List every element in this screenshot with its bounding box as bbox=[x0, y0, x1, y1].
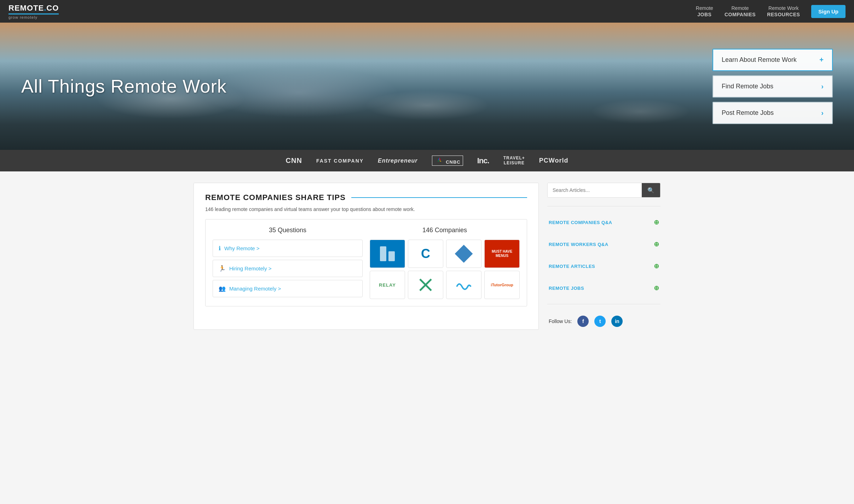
sidebar-link-articles[interactable]: REMOTE ARTICLES ⊕ bbox=[547, 259, 660, 274]
sidebar-link-workers-qa[interactable]: REMOTE WORKERS Q&A ⊕ bbox=[547, 237, 660, 252]
press-bar: CNN FAST COMPANY Entrepreneur CNBC Inc. … bbox=[0, 150, 854, 171]
hero-title: All Things Remote Work bbox=[21, 76, 227, 97]
nav-companies[interactable]: Remote COMPANIES bbox=[725, 5, 756, 18]
question-managing-remotely[interactable]: 👥 Managing Remotely > bbox=[213, 280, 363, 297]
main-content: REMOTE COMPANIES SHARE TIPS 146 leading … bbox=[179, 171, 675, 341]
press-entrepreneur: Entrepreneur bbox=[378, 158, 417, 164]
group-icon: 👥 bbox=[219, 285, 226, 292]
chevron-right-icon: › bbox=[821, 82, 824, 90]
hero-content: All Things Remote Work Learn About Remot… bbox=[0, 49, 854, 124]
left-panel: REMOTE COMPANIES SHARE TIPS 146 leading … bbox=[194, 183, 539, 330]
post-remote-jobs-button[interactable]: Post Remote Jobs › bbox=[712, 102, 833, 124]
company-trello[interactable] bbox=[370, 240, 405, 268]
press-travel-leisure: TRAVEL+LEISURE bbox=[503, 156, 525, 165]
questions-stat: 35 Questions bbox=[213, 227, 363, 234]
svg-marker-1 bbox=[438, 157, 439, 160]
trello-col-1 bbox=[380, 246, 386, 261]
trello-col-2 bbox=[388, 251, 395, 261]
search-box: 🔍 bbox=[547, 183, 660, 198]
hero-section: All Things Remote Work Learn About Remot… bbox=[0, 23, 854, 150]
search-input[interactable] bbox=[548, 183, 642, 197]
companies-grid: C MUST HAVEMENUS RELAY bbox=[370, 240, 520, 299]
company-relay[interactable]: RELAY bbox=[370, 271, 405, 299]
nav-jobs[interactable]: Remote JOBS bbox=[696, 5, 713, 18]
press-pcworld: PCWorld bbox=[539, 157, 569, 164]
company-xero[interactable] bbox=[408, 271, 443, 299]
section-divider bbox=[351, 197, 527, 198]
company-mustmenus[interactable]: MUST HAVEMENUS bbox=[484, 240, 520, 268]
hero-buttons: Learn About Remote Work + Find Remote Jo… bbox=[712, 49, 833, 124]
press-fastcompany: FAST COMPANY bbox=[316, 158, 364, 164]
right-sidebar: 🔍 REMOTE COMPANIES Q&A ⊕ REMOTE WORKERS … bbox=[547, 183, 660, 330]
companies-column: 146 Companies C bbox=[370, 227, 520, 299]
question-why-remote[interactable]: ℹ Why Remote > bbox=[213, 240, 363, 257]
plus-icon-4: ⊕ bbox=[654, 284, 659, 292]
question-hiring-remotely[interactable]: 🏃 Hiring Remotely > bbox=[213, 260, 363, 277]
questions-companies-container: 35 Questions ℹ Why Remote > 🏃 Hiring Rem… bbox=[205, 219, 527, 306]
itutor-logo: iTutorGroup bbox=[491, 283, 513, 287]
sidebar-divider-1 bbox=[547, 206, 660, 206]
company-wave[interactable] bbox=[446, 271, 481, 299]
sidebar-link-jobs[interactable]: REMOTE JOBS ⊕ bbox=[547, 281, 660, 295]
plus-icon: + bbox=[819, 56, 824, 64]
person-icon: 🏃 bbox=[219, 265, 226, 272]
nav-links: Remote JOBS Remote COMPANIES Remote Work… bbox=[696, 5, 846, 18]
press-inc: Inc. bbox=[477, 156, 489, 165]
company-itutor[interactable]: iTutorGroup bbox=[484, 271, 520, 299]
chevron-right-icon-2: › bbox=[821, 109, 824, 117]
find-remote-jobs-button[interactable]: Find Remote Jobs › bbox=[712, 75, 833, 98]
plus-icon-3: ⊕ bbox=[654, 262, 659, 270]
facebook-icon[interactable]: f bbox=[577, 316, 589, 327]
logo-tagline: grow remotely bbox=[8, 15, 37, 19]
navbar: REMOTE.CO grow remotely Remote JOBS Remo… bbox=[0, 0, 854, 23]
follow-label: Follow Us: bbox=[549, 318, 572, 324]
plus-icon-2: ⊕ bbox=[654, 240, 659, 248]
relay-logo: RELAY bbox=[379, 282, 396, 288]
citrix-logo: C bbox=[421, 246, 430, 261]
info-icon: ℹ bbox=[219, 245, 221, 252]
linkedin-icon[interactable]: in bbox=[611, 316, 623, 327]
press-cnn: CNN bbox=[286, 157, 302, 165]
logo: REMOTE.CO bbox=[8, 4, 59, 14]
section-header: REMOTE COMPANIES SHARE TIPS bbox=[205, 193, 527, 202]
mustmenus-logo: MUST HAVEMENUS bbox=[492, 250, 512, 258]
search-button[interactable]: 🔍 bbox=[642, 183, 660, 197]
toptal-diamond bbox=[455, 245, 473, 263]
twitter-icon[interactable]: t bbox=[594, 316, 606, 327]
logo-area[interactable]: REMOTE.CO grow remotely bbox=[8, 4, 59, 19]
press-cnbc: CNBC bbox=[432, 156, 463, 166]
trello-icon bbox=[380, 246, 395, 261]
cnbc-peacock-icon bbox=[434, 157, 444, 164]
signup-button[interactable]: Sign Up bbox=[811, 5, 846, 18]
learn-about-remote-button[interactable]: Learn About Remote Work + bbox=[712, 49, 833, 71]
xero-icon bbox=[419, 278, 433, 292]
company-toptal[interactable] bbox=[446, 240, 481, 268]
svg-marker-0 bbox=[439, 157, 441, 160]
nav-resources[interactable]: Remote Work RESOURCES bbox=[767, 5, 800, 18]
companies-stat: 146 Companies bbox=[370, 227, 520, 234]
questions-list: ℹ Why Remote > 🏃 Hiring Remotely > 👥 Man… bbox=[213, 240, 363, 297]
section-title: REMOTE COMPANIES SHARE TIPS bbox=[205, 193, 346, 202]
company-citrix[interactable]: C bbox=[408, 240, 443, 268]
section-description: 146 leading remote companies and virtual… bbox=[205, 206, 527, 212]
svg-marker-3 bbox=[437, 160, 439, 162]
wave-logo bbox=[455, 280, 473, 290]
plus-icon-1: ⊕ bbox=[654, 218, 659, 226]
svg-marker-2 bbox=[439, 160, 442, 162]
questions-column: 35 Questions ℹ Why Remote > 🏃 Hiring Rem… bbox=[213, 227, 363, 299]
sidebar-divider-2 bbox=[547, 304, 660, 304]
follow-section: Follow Us: f t in bbox=[547, 313, 660, 330]
sidebar-link-companies-qa[interactable]: REMOTE COMPANIES Q&A ⊕ bbox=[547, 215, 660, 230]
